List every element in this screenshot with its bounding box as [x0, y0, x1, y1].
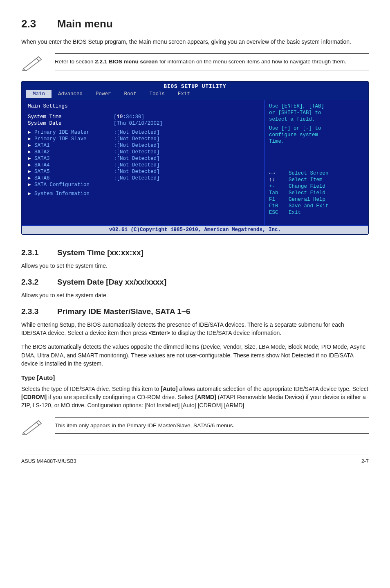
- bios-legend-row: TabSelect Field: [269, 190, 364, 196]
- bios-left-pane: Main Settings System Time [19:34:30] Sys…: [22, 100, 265, 225]
- body-233-p1: While entering Setup, the BIOS automatic…: [21, 321, 369, 337]
- triangle-icon: ▶: [28, 182, 34, 188]
- body-233-p2: The BIOS automatically detects the value…: [21, 343, 369, 368]
- bios-tab-power: Power: [89, 90, 118, 98]
- intro-paragraph: When you enter the BIOS Setup program, t…: [21, 38, 369, 46]
- subsection-232: 2.3.2System Date [Day xx/xx/xxxx]: [21, 276, 369, 288]
- footer-right: 2-7: [361, 458, 369, 465]
- bios-legend-row: ←→Select Screen: [269, 170, 364, 177]
- bios-help-pane: Use [ENTER], [TAB] or [SHIFT-TAB] to sel…: [265, 100, 368, 225]
- bios-item-row: ▶SATA5:[Not Detected]: [28, 168, 259, 175]
- bios-legend-row: +-Change Field: [269, 183, 364, 190]
- note-item-appears: This item only appears in the Primary ID…: [21, 417, 369, 437]
- body-232: Allows you to set the system date.: [21, 291, 369, 299]
- section-number: 2.3: [21, 16, 57, 32]
- pencil-icon: [21, 53, 46, 73]
- pencil-icon: [21, 417, 46, 437]
- bios-legend-row: ESCExit: [269, 209, 364, 216]
- bios-legend-row: F10Save and Exit: [269, 203, 364, 209]
- triangle-icon: ▶: [28, 149, 34, 155]
- bios-item-row: ▶SATA2:[Not Detected]: [28, 149, 259, 155]
- body-231: Allows you to set the system time.: [21, 262, 369, 270]
- bios-screenshot: BIOS SETUP UTILITY Main Advanced Power B…: [21, 81, 369, 235]
- bios-item-row: ▶SATA6:[Not Detected]: [28, 175, 259, 182]
- subsection-231: 2.3.1System Time [xx:xx:xx]: [21, 247, 369, 258]
- bios-tab-boot: Boot: [118, 90, 143, 98]
- bios-sata-config: ▶SATA Configuration: [28, 182, 259, 188]
- bios-system-information: ▶System Information: [28, 191, 259, 197]
- triangle-icon: ▶: [28, 168, 34, 175]
- triangle-icon: ▶: [28, 136, 34, 142]
- footer-left: ASUS M4A88T-M/USB3: [21, 458, 76, 465]
- triangle-icon: ▶: [28, 175, 34, 182]
- bios-legend-row: ↑↓Select Item: [269, 177, 364, 183]
- section-title: Main menu: [57, 18, 113, 30]
- section-heading: 2.3Main menu: [21, 16, 369, 32]
- page-footer: ASUS M4A88T-M/USB3 2-7: [21, 455, 369, 465]
- bios-legend-row: F1General Help: [269, 196, 364, 203]
- bios-item-row: ▶Primary IDE Master:[Not Detected]: [28, 129, 259, 136]
- bios-tab-exit: Exit: [171, 90, 197, 98]
- bios-main-settings: Main Settings: [28, 103, 259, 110]
- triangle-icon: ▶: [28, 142, 34, 149]
- bios-title: BIOS SETUP UTILITY: [22, 82, 368, 90]
- type-auto-body: Selects the type of IDE/SATA drive. Sett…: [21, 385, 369, 410]
- bios-system-date: System Date [Thu 01/10/2002]: [28, 120, 259, 127]
- note-text: This item only appears in the Primary ID…: [55, 417, 369, 434]
- bios-tab-advanced: Advanced: [52, 90, 89, 98]
- bios-item-row: ▶SATA4:[Not Detected]: [28, 162, 259, 168]
- note-refer: Refer to section 2.2.1 BIOS menu screen …: [21, 53, 369, 73]
- bios-menubar: Main Advanced Power Boot Tools Exit: [22, 90, 368, 100]
- triangle-icon: ▶: [28, 162, 34, 168]
- triangle-icon: ▶: [28, 191, 34, 197]
- type-auto-heading: Type [Auto]: [21, 373, 369, 382]
- bios-footer: v02.61 (C)Copyright 1985-2010, American …: [22, 225, 368, 234]
- note-text: Refer to section 2.2.1 BIOS menu screen …: [55, 53, 369, 70]
- bios-item-row: ▶SATA3:[Not Detected]: [28, 155, 259, 162]
- triangle-icon: ▶: [28, 155, 34, 162]
- bios-tab-tools: Tools: [143, 90, 172, 98]
- subsection-233: 2.3.3Primary IDE Master/Slave, SATA 1~6: [21, 306, 369, 317]
- bios-system-time: System Time [19:34:30]: [28, 114, 259, 120]
- bios-tab-main: Main: [26, 90, 52, 98]
- bios-item-row: ▶SATA1:[Not Detected]: [28, 142, 259, 149]
- bios-item-row: ▶Primary IDE Slave:[Not Detected]: [28, 136, 259, 142]
- triangle-icon: ▶: [28, 129, 34, 136]
